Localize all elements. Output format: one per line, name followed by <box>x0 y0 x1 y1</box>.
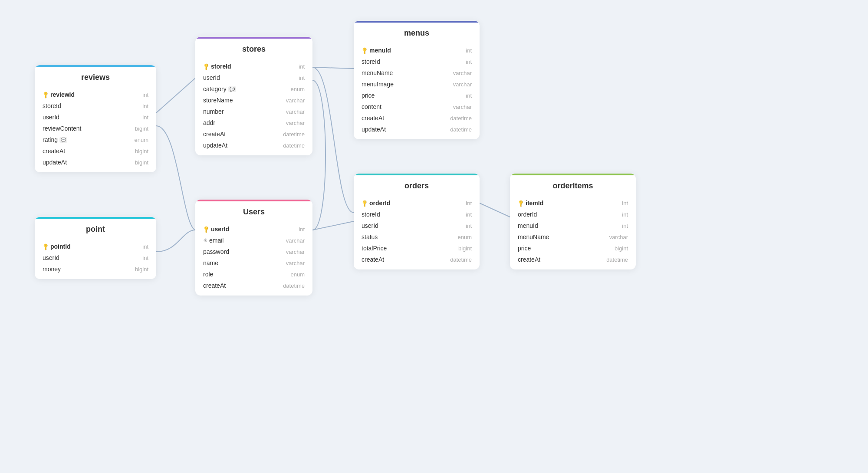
field-name-text: createAt <box>203 282 226 289</box>
field-type: int <box>466 211 472 218</box>
table-stores: stores🔑storeIdintuserIdintcategory💬enums… <box>195 37 312 155</box>
table-row: storeNamevarchar <box>195 95 312 106</box>
table-row: updateAtbigint <box>35 157 156 168</box>
field-name-text: userId <box>362 222 378 229</box>
table-row: 🔑menuIdint <box>354 45 480 56</box>
field-name: content <box>362 103 381 110</box>
field-type: int <box>299 75 305 81</box>
field-name: storeId <box>43 102 61 109</box>
table-body-stores: 🔑storeIdintuserIdintcategory💬enumstoreNa… <box>195 59 312 155</box>
table-body-Users: 🔑userIdint✳emailvarcharpasswordvarcharna… <box>195 222 312 296</box>
table-row: priceint <box>354 90 480 101</box>
field-name-text: userId <box>43 114 59 121</box>
field-name-text: createAt <box>43 148 65 154</box>
field-name: role <box>203 271 213 278</box>
table-row: updateAtdatetime <box>195 140 312 151</box>
key-icon: 🔑 <box>360 199 368 207</box>
field-type: int <box>466 59 472 65</box>
field-name-text: email <box>209 237 224 244</box>
field-name: rating💬 <box>43 136 67 143</box>
field-name-text: createAt <box>362 115 384 122</box>
table-body-orders: 🔑orderIdintstoreIdintuserIdintstatusenum… <box>354 196 480 269</box>
table-row: addrvarchar <box>195 117 312 128</box>
field-type: varchar <box>286 97 305 104</box>
comment-icon: 💬 <box>228 86 236 92</box>
field-name: updateAt <box>203 142 227 149</box>
field-type: int <box>466 92 472 99</box>
table-row: reviewContentbigint <box>35 123 156 134</box>
table-row: orderIdint <box>510 209 636 220</box>
table-row: createAtdatetime <box>195 128 312 140</box>
field-type: int <box>622 200 628 207</box>
field-type: int <box>142 92 148 98</box>
field-name-text: menuId <box>518 222 538 229</box>
field-type: int <box>622 223 628 229</box>
field-name-text: content <box>362 103 381 110</box>
field-type: int <box>299 226 305 233</box>
table-row: menuImagevarchar <box>354 79 480 90</box>
field-name-text: storeId <box>362 211 380 218</box>
table-reviews: reviews🔑reviewIdintstoreIdintuserIdintre… <box>35 65 156 172</box>
field-name-text: pointId <box>50 243 71 250</box>
field-type: int <box>299 63 305 70</box>
field-name-text: itemId <box>526 200 543 207</box>
field-type: datetime <box>450 115 472 122</box>
field-type: bigint <box>135 125 148 132</box>
table-orders: orders🔑orderIdintstoreIdintuserIdintstat… <box>354 174 480 269</box>
field-name: createAt <box>203 131 226 138</box>
table-row: createAtbigint <box>35 145 156 157</box>
field-name: category💬 <box>203 85 236 92</box>
table-row: moneybigint <box>35 263 156 275</box>
field-name: status <box>362 233 378 240</box>
table-row: roleenum <box>195 269 312 280</box>
field-name: 🔑storeId <box>203 63 231 70</box>
field-name-text: menuName <box>518 233 549 240</box>
field-name-text: number <box>203 108 224 115</box>
field-name: updateAt <box>362 126 386 133</box>
field-name: createAt <box>43 148 65 154</box>
table-row: createAtdatetime <box>354 112 480 124</box>
field-type: bigint <box>135 148 148 154</box>
field-type: bigint <box>135 266 148 273</box>
table-row: storeIdint <box>354 209 480 220</box>
table-header-menus: menus <box>354 21 480 43</box>
table-header-point: point <box>35 217 156 239</box>
field-type: int <box>466 47 472 54</box>
table-row: 🔑reviewIdint <box>35 89 156 100</box>
field-name: totalPrice <box>362 245 387 252</box>
canvas: reviews🔑reviewIdintstoreIdintuserIdintre… <box>0 0 868 473</box>
comment-icon: 💬 <box>59 137 67 143</box>
field-name: storeId <box>362 58 380 65</box>
key-icon: 🔑 <box>41 90 49 99</box>
field-name: storeId <box>362 211 380 218</box>
field-name: 🔑itemId <box>518 200 543 207</box>
table-row: userIdint <box>195 72 312 83</box>
table-row: userIdint <box>35 252 156 263</box>
field-name: storeName <box>203 97 233 104</box>
field-name: reviewContent <box>43 125 82 132</box>
table-row: numbervarchar <box>195 106 312 117</box>
field-name-text: storeId <box>211 63 231 70</box>
field-name-text: money <box>43 266 61 273</box>
field-type: datetime <box>283 282 305 289</box>
field-name-text: status <box>362 233 378 240</box>
table-header-stores: stores <box>195 37 312 59</box>
field-name: 🔑orderId <box>362 200 390 207</box>
field-type: enum <box>290 271 305 278</box>
table-body-point: 🔑pointIdintuserIdintmoneybigint <box>35 239 156 279</box>
field-name: 🔑pointId <box>43 243 71 250</box>
field-type: datetime <box>450 256 472 263</box>
field-name-text: storeName <box>203 97 233 104</box>
field-name: number <box>203 108 224 115</box>
field-name: userId <box>362 222 378 229</box>
field-name-text: menuId <box>369 47 391 54</box>
field-name-text: updateAt <box>362 126 386 133</box>
field-name-text: storeId <box>362 58 380 65</box>
table-row: totalPricebigint <box>354 243 480 254</box>
field-type: enum <box>290 86 305 92</box>
field-name-text: reviewContent <box>43 125 82 132</box>
table-row: menuNamevarchar <box>354 67 480 79</box>
table-row: menuIdint <box>510 220 636 231</box>
field-name-text: userId <box>203 74 220 81</box>
table-Users: Users🔑userIdint✳emailvarcharpasswordvarc… <box>195 200 312 296</box>
